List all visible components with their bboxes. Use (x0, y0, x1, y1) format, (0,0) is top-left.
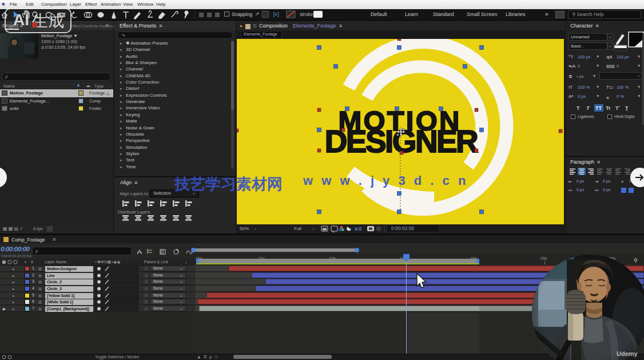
svg-text:4:0: 4:0 (355, 226, 362, 232)
